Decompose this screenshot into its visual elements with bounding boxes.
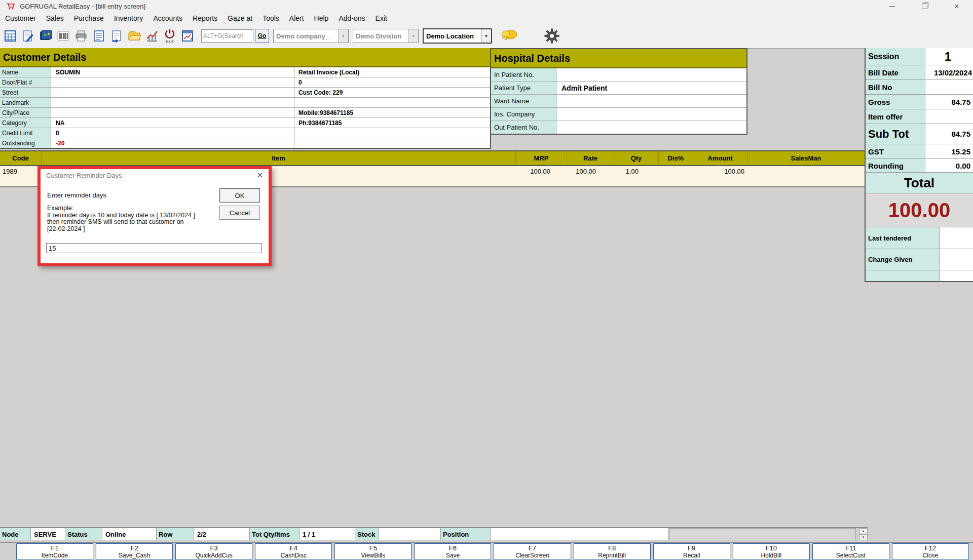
fn-f8-reprintbill[interactable]: F8 ReprintBill (574, 543, 651, 560)
print-icon[interactable] (73, 27, 89, 45)
fn-key: F5 (369, 545, 377, 552)
rounding-value: 0.00 (925, 159, 973, 172)
fn-f7-clearscreen[interactable]: F7 ClearScreen (494, 543, 571, 560)
sales-chart-icon[interactable] (144, 27, 160, 45)
ward-name-value[interactable] (556, 95, 746, 107)
close-button[interactable]: × (941, 0, 973, 13)
field-label: Gross (866, 95, 925, 109)
summary-bill-date: Bill Date 13/02/2024 (866, 65, 973, 80)
door-flat-value[interactable] (51, 77, 294, 87)
photos-icon[interactable] (38, 27, 53, 45)
field-label: Item offer (866, 109, 925, 124)
customer-details-panel: Customer Details Name SOUMIN Retail Invo… (0, 48, 491, 149)
fn-f4-cashdisc[interactable]: F4 CashDisc (255, 543, 332, 560)
company-dropdown[interactable]: Demo company_ ▼ (273, 29, 349, 43)
menu-help[interactable]: Help (309, 14, 334, 22)
field-label: Rounding (866, 159, 925, 172)
fn-f3-quickaddcus[interactable]: F3 QuickAddCus (175, 543, 252, 560)
folder-icon[interactable] (127, 27, 142, 45)
field-label: City/Place (0, 108, 51, 117)
city-place-value[interactable] (51, 108, 294, 117)
menu-gaze-at[interactable]: Gaze at (222, 14, 257, 22)
go-button[interactable]: Go (255, 29, 269, 43)
out-patient-no-value[interactable] (556, 121, 746, 134)
column-header-qty: Qty (614, 151, 659, 165)
location-dropdown[interactable]: Demo Location ▼ (423, 28, 492, 44)
fn-label: ViewBills (361, 552, 385, 559)
doc-arrow-icon[interactable] (109, 27, 124, 45)
menu-exit[interactable]: Exit (370, 14, 392, 22)
field-label: Landmark (0, 98, 51, 107)
spinner-up-icon[interactable]: ▲ (859, 528, 868, 534)
fn-label: HoldBill (761, 552, 781, 559)
restore-icon (922, 4, 927, 9)
fn-f5-viewbills[interactable]: F5 ViewBills (334, 543, 411, 560)
restore-button[interactable] (908, 0, 941, 13)
report-window-icon[interactable] (180, 27, 195, 45)
hospital-row-outpatient: Out Patient No. (491, 121, 746, 134)
edit-doc-icon[interactable] (20, 27, 35, 45)
menu-inventory[interactable]: Inventory (109, 14, 148, 22)
spinner-control[interactable]: ▲ ▼ (859, 528, 868, 540)
column-header-mrp: MRP (516, 151, 567, 165)
location-dropdown-value: Demo Location (424, 29, 481, 43)
fn-f1-itemcode[interactable]: F1 ItemCode (16, 543, 93, 560)
spinner-down-icon[interactable]: ▼ (859, 534, 868, 540)
power-exit-icon[interactable]: EXIT (162, 27, 177, 45)
division-dropdown[interactable]: Demo Division ▼ (353, 29, 419, 43)
fn-key: F6 (449, 545, 457, 552)
fn-f11-selectcust[interactable]: F11 SelectCust (812, 543, 889, 560)
fn-label: Recall (683, 552, 700, 559)
street-value[interactable] (51, 88, 294, 97)
column-header-rate: Rate (567, 151, 614, 165)
fn-f2-save-cash[interactable]: F2 Save_Cash (96, 543, 173, 560)
search-input[interactable] (201, 29, 253, 43)
reminder-days-input[interactable] (46, 243, 262, 253)
category-value[interactable]: NA (51, 118, 294, 128)
menu-alert[interactable]: Alert (284, 14, 309, 22)
column-header-code: Code (0, 151, 42, 165)
billing-icon[interactable] (3, 27, 18, 45)
fn-label: ReprintBill (598, 552, 626, 559)
fn-label: Close (923, 552, 939, 559)
patient-type-value[interactable]: Admit Patient (556, 82, 746, 94)
fn-f12-close[interactable]: F12 Close (892, 543, 969, 560)
summary-gross: Gross 84.75 (866, 95, 973, 109)
customer-row-door: Door/Flat # 0 (0, 77, 490, 88)
minimize-button[interactable] (876, 0, 908, 13)
customer-name-value[interactable]: SOUMIN (51, 67, 294, 77)
menu-reports[interactable]: Reports (188, 14, 222, 22)
barcode-icon[interactable] (56, 27, 71, 45)
field-label: In Patient No. (491, 68, 556, 81)
menu-purchase[interactable]: Purchase (69, 14, 109, 22)
menu-sales[interactable]: Sales (41, 14, 69, 22)
fn-f10-holdbill[interactable]: F10 HoldBill (733, 543, 810, 560)
fn-f6-save[interactable]: F6 Save (414, 543, 491, 560)
status-bar: Node SERVE Status Online Row 2/2 Tot Qty… (0, 527, 868, 540)
status-totqty-label: Tot Qty/Itms (250, 528, 300, 540)
fn-label: Save_Cash (119, 552, 150, 559)
ok-button[interactable]: OK (219, 188, 260, 203)
fn-key: F8 (608, 545, 616, 552)
summary-empty-row (866, 270, 973, 281)
dialog-close-icon[interactable]: ✕ (256, 171, 264, 180)
example-line: then reminder SMS will send to that cust… (47, 219, 195, 226)
menu-add-ons[interactable]: Add-ons (333, 14, 370, 22)
menu-customer[interactable]: Customer (0, 14, 41, 22)
customer-row-category: Category NA Ph:9384671185 (0, 118, 490, 128)
summary-gst: GST 15.25 (866, 144, 973, 159)
in-patient-no-value[interactable] (556, 68, 746, 81)
menu-tools[interactable]: Tools (257, 14, 284, 22)
cancel-button[interactable]: Cancel (219, 206, 260, 220)
list-doc-icon[interactable] (91, 27, 106, 45)
landmark-value[interactable] (51, 98, 294, 107)
right-value (294, 138, 490, 148)
gear-icon[interactable] (544, 27, 559, 45)
fn-f9-recall[interactable]: F9 Recall (653, 543, 730, 560)
chat-icon[interactable] (501, 27, 516, 45)
field-label: Last tendered (866, 227, 940, 249)
ins-company-value[interactable] (556, 108, 746, 121)
menu-accounts[interactable]: Accounts (148, 14, 188, 22)
gst-value: 15.25 (925, 144, 973, 158)
bill-date-value: 13/02/2024 (925, 65, 973, 79)
